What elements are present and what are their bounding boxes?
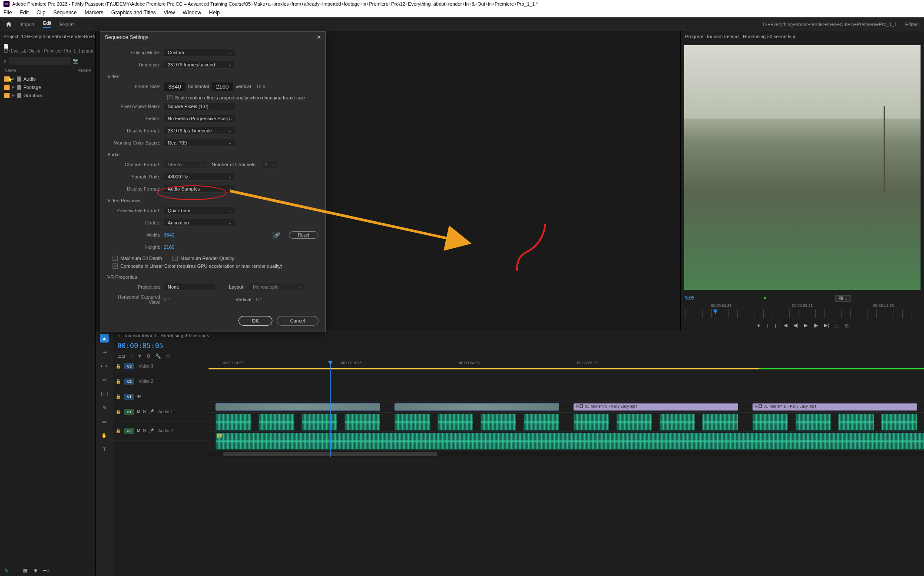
frame-width-input[interactable]	[164, 82, 185, 91]
go-to-in-icon[interactable]: |◀	[782, 323, 787, 328]
audio-display-format-dropdown[interactable]: Audio Samples⌄	[164, 185, 235, 193]
track-badge[interactable]: A1	[124, 409, 134, 415]
bin-audio[interactable]: ▶ ▇ Audio	[0, 75, 95, 83]
timeline-tracks-area[interactable]: 00:00:14:2300:00:19:2300:00:24:2300:00:2…	[209, 361, 924, 457]
lock-icon[interactable]: 🔒	[116, 364, 122, 369]
scale-motion-checkbox[interactable]	[167, 95, 172, 100]
wrench-icon[interactable]: 🔧	[155, 353, 161, 359]
display-format-dropdown[interactable]: 23.976 fps Timecode⌄	[164, 127, 235, 135]
timeline-playhead[interactable]	[330, 361, 331, 457]
track-badge[interactable]: V1	[124, 394, 134, 400]
menu-edit[interactable]: Edit	[20, 10, 29, 15]
lock-icon[interactable]: 🔒	[116, 394, 122, 399]
list-view-icon[interactable]: ≡	[14, 568, 17, 573]
track-header-v2[interactable]: 🔒 V2 Video 2	[113, 372, 209, 391]
project-search-input[interactable]	[9, 57, 70, 65]
track-a2-lane[interactable]: fx	[209, 432, 924, 451]
mark-out-icon[interactable]: }	[775, 323, 776, 328]
timeline-timecode[interactable]: 00:00:05:05	[113, 340, 924, 352]
pen-color-icon[interactable]: ✎	[4, 568, 8, 573]
type-tool[interactable]: T	[100, 445, 109, 454]
preview-width-value[interactable]: 3840	[164, 232, 174, 237]
mark-in-icon[interactable]: {	[767, 323, 769, 328]
projection-dropdown[interactable]: None⌄	[164, 283, 216, 291]
sample-rate-dropdown[interactable]: 48000 Hz⌄	[164, 173, 235, 181]
menu-clip[interactable]: Clip	[36, 10, 46, 15]
selection-tool[interactable]: ▲	[100, 334, 109, 342]
program-monitor-viewport[interactable]	[684, 45, 921, 290]
ripple-edit-tool[interactable]: ⟷	[100, 362, 109, 370]
menu-graphics[interactable]: Graphics and Titles	[111, 10, 156, 15]
track-header-a1[interactable]: 🔒 A1 M S 🎤 Audio 1	[113, 402, 209, 421]
icon-view-icon[interactable]: ▦	[23, 568, 27, 573]
pen-tool[interactable]: ✎	[100, 403, 109, 412]
timeline-scrollbar[interactable]	[209, 451, 924, 457]
play-icon[interactable]: ▶	[804, 323, 808, 328]
lock-icon[interactable]: 🔒	[116, 379, 122, 384]
max-render-quality-checkbox[interactable]	[172, 256, 178, 261]
voice-icon[interactable]: 🎤	[149, 428, 154, 433]
composite-linear-checkbox[interactable]	[113, 263, 118, 269]
codec-dropdown[interactable]: Animation⌄	[164, 219, 235, 227]
workspace-import[interactable]: Import	[21, 22, 34, 27]
close-icon[interactable]: ✕	[317, 34, 321, 40]
track-header-v3[interactable]: 🔒 V3 Video 3	[113, 361, 209, 372]
chevron-right-icon[interactable]: ▶	[12, 93, 15, 97]
program-timecode[interactable]: 5:05	[685, 295, 694, 302]
close-sequence-icon[interactable]: ×	[117, 333, 120, 338]
track-badge[interactable]: V3	[124, 363, 134, 369]
slip-tool[interactable]: |↔|	[100, 389, 109, 398]
workspace-edit[interactable]: Edit	[43, 20, 51, 28]
menu-help[interactable]: Help	[209, 10, 220, 15]
program-time-ruler[interactable]	[685, 309, 920, 318]
zoom-fit-dropdown[interactable]: Fit ⌄	[835, 295, 851, 302]
menu-markers[interactable]: Markers	[85, 10, 103, 15]
razor-tool[interactable]: ✂	[100, 375, 109, 384]
project-panel-tab[interactable]: Project: 12+Everything+about+render+In+&…	[0, 31, 95, 42]
settings-icon[interactable]: ⚙	[146, 353, 151, 359]
program-monitor-tab[interactable]: Program: Tourism Ireland - Roadrising 30…	[681, 31, 924, 42]
par-dropdown[interactable]: Square Pixels (1.0)⌄	[164, 102, 235, 110]
chevron-right-icon[interactable]: ▶	[12, 85, 15, 89]
toggle-output-icon[interactable]: 👁	[137, 394, 141, 399]
color-space-dropdown[interactable]: Rec. 709⌄	[164, 139, 235, 147]
menu-window[interactable]: Window	[183, 10, 202, 15]
lock-icon[interactable]: 🔒	[116, 409, 122, 414]
step-forward-icon[interactable]: |▶	[814, 323, 818, 328]
timebase-dropdown[interactable]: 23.976 frames/second⌄	[164, 61, 235, 69]
bin-footage[interactable]: ▶ ▇ Footage	[0, 83, 95, 91]
step-back-icon[interactable]: ◀|	[793, 323, 798, 328]
fields-dropdown[interactable]: No Fields (Progressive Scan)⌄	[164, 115, 237, 122]
track-select-tool[interactable]: ⇥	[100, 348, 109, 356]
link-icon[interactable]: 🔗	[274, 232, 280, 238]
home-icon[interactable]	[5, 21, 12, 28]
zoom-slider[interactable]: ━○	[43, 568, 50, 573]
reset-button[interactable]: Reset	[289, 231, 318, 239]
menu-file[interactable]: File	[3, 10, 12, 15]
frame-height-input[interactable]	[212, 82, 233, 91]
mute-icon[interactable]: M	[137, 409, 140, 414]
workspace-export[interactable]: Export	[60, 22, 74, 27]
track-v2-lane[interactable]	[209, 382, 924, 402]
cancel-button[interactable]: Cancel	[277, 316, 318, 326]
editing-mode-dropdown[interactable]: Custom⌄	[164, 49, 235, 56]
add-marker-icon[interactable]: ▼	[137, 353, 142, 359]
ok-button[interactable]: OK	[238, 316, 272, 326]
max-bit-depth-checkbox[interactable]	[113, 256, 118, 261]
rectangle-tool[interactable]: ▭	[100, 417, 109, 426]
menu-sequence[interactable]: Sequence	[53, 10, 77, 15]
preview-height-value[interactable]: 2160	[164, 244, 174, 250]
sort-icon[interactable]: ≡	[88, 568, 91, 573]
mute-icon[interactable]: M	[137, 428, 140, 433]
caption-icon[interactable]: ▭	[166, 353, 170, 359]
lock-icon[interactable]: 🔒	[116, 428, 122, 433]
hand-tool[interactable]: ✋	[100, 431, 109, 440]
track-badge[interactable]: A2	[124, 428, 134, 434]
add-marker-icon[interactable]: ▼	[756, 323, 761, 328]
menu-view[interactable]: View	[164, 10, 175, 15]
linked-selection-icon[interactable]: ∩	[129, 353, 133, 359]
snap-icon[interactable]: ⊏⊐	[117, 353, 125, 359]
track-a1-lane[interactable]	[209, 413, 924, 432]
extract-icon[interactable]: ⎘	[845, 323, 848, 328]
track-header-v1[interactable]: 🔒 V1 👁	[113, 391, 209, 402]
